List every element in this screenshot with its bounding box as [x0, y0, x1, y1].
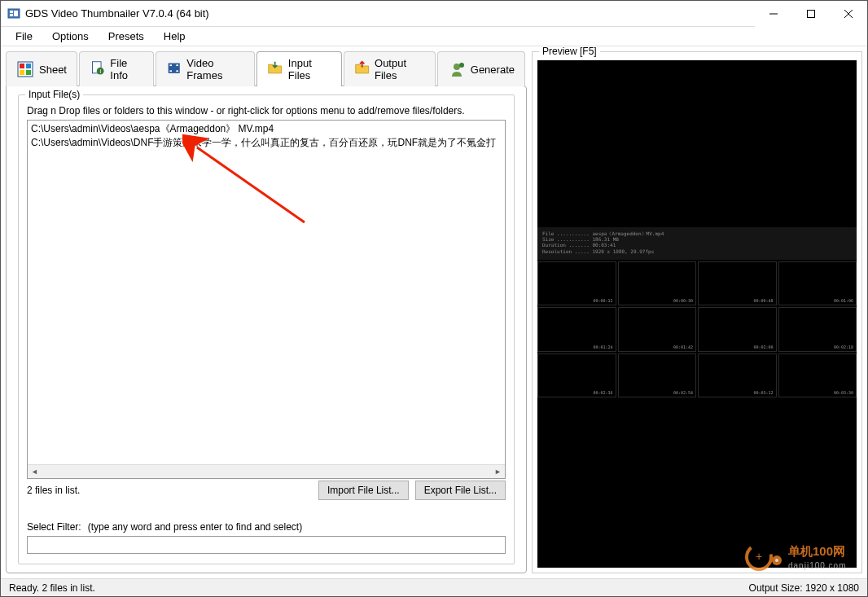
svg-point-22	[459, 63, 464, 68]
export-file-list-button[interactable]: Export File List...	[415, 481, 506, 500]
preview-header-line: Size ........... 186.31 MB	[542, 236, 852, 242]
import-file-list-button[interactable]: Import File List...	[318, 481, 409, 500]
input-files-icon	[267, 60, 283, 78]
status-right: Output Size: 1920 x 1080	[749, 582, 859, 594]
svg-rect-20	[176, 70, 178, 72]
svg-rect-9	[20, 64, 24, 68]
menu-help[interactable]: Help	[156, 29, 194, 44]
file-item[interactable]: C:\Users\admin\Videos\aespa《Armageddon》 …	[29, 122, 503, 136]
preview-header-line: File ........... aespa《Armageddon》MV.mp4	[542, 230, 852, 236]
menu-file[interactable]: File	[7, 29, 41, 44]
filter-input[interactable]	[27, 536, 506, 554]
preview-cell	[778, 261, 857, 305]
preview-header-line: Duration ....... 00:03:41	[542, 242, 852, 248]
preview-canvas[interactable]: File ........... aespa《Armageddon》MV.mp4…	[537, 60, 857, 568]
file-info-icon: i	[90, 60, 105, 78]
svg-rect-18	[169, 70, 172, 72]
svg-rect-17	[169, 64, 172, 66]
preview-fieldset: Preview [F5] File ........... aespa《Arma…	[532, 51, 862, 573]
preview-grid	[537, 260, 857, 399]
main-content: Sheet i File Info Video Frames Input Fil…	[1, 46, 867, 578]
list-footer: 2 files in list. Import File List... Exp…	[27, 481, 506, 500]
svg-rect-12	[26, 70, 31, 75]
right-panel: Preview [F5] File ........... aespa《Arma…	[532, 51, 862, 573]
svg-rect-5	[808, 11, 815, 18]
window-title: GDS Video Thumbnailer V7.0.4 (64 bit)	[25, 7, 755, 20]
close-button[interactable]	[830, 1, 867, 27]
tab-output-files-label: Output Files	[375, 57, 425, 81]
tab-generate-label: Generate	[471, 64, 515, 76]
filter-label: Select Filter:	[27, 521, 81, 533]
drop-hint: Drag n Drop files or folders to this win…	[27, 105, 506, 116]
sheet-icon	[16, 60, 34, 78]
preview-header: File ........... aespa《Armageddon》MV.mp4…	[537, 227, 857, 260]
scroll-track[interactable]	[42, 465, 491, 478]
preview-cell	[778, 307, 857, 351]
tab-input-files-label: Input Files	[288, 57, 331, 81]
tab-input-files[interactable]: Input Files	[256, 51, 341, 86]
tab-sheet-label: Sheet	[39, 64, 67, 76]
minimize-button[interactable]	[755, 1, 792, 27]
preview-cell	[618, 261, 697, 305]
input-files-legend: Input File(s)	[25, 89, 83, 100]
output-files-icon	[354, 60, 370, 78]
statusbar: Ready. 2 files in list. Output Size: 192…	[1, 578, 867, 596]
preview-sheet: File ........... aespa《Armageddon》MV.mp4…	[537, 227, 857, 399]
file-list[interactable]: C:\Users\admin\Videos\aespa《Armageddon》 …	[28, 121, 505, 464]
svg-rect-3	[14, 11, 18, 16]
preview-cell	[537, 353, 616, 397]
svg-rect-11	[20, 70, 24, 75]
scroll-right-button[interactable]: ►	[491, 465, 505, 478]
tabs: Sheet i File Info Video Frames Input Fil…	[6, 51, 527, 86]
filter-hint: (type any word and press enter to find a…	[88, 521, 302, 533]
window-controls	[755, 1, 867, 26]
tab-content: Input File(s) Drag n Drop files or folde…	[6, 86, 527, 573]
menu-presets[interactable]: Presets	[100, 29, 152, 44]
tab-file-info-label: File Info	[110, 57, 143, 81]
file-count-text: 2 files in list.	[27, 485, 312, 496]
preview-cell	[698, 307, 777, 351]
preview-cell	[618, 307, 697, 351]
file-list-container: C:\Users\admin\Videos\aespa《Armageddon》 …	[27, 120, 506, 479]
left-panel: Sheet i File Info Video Frames Input Fil…	[6, 51, 527, 573]
preview-cell	[618, 353, 697, 397]
horizontal-scrollbar[interactable]: ◄ ►	[28, 464, 505, 478]
titlebar: GDS Video Thumbnailer V7.0.4 (64 bit)	[1, 1, 867, 27]
svg-rect-1	[10, 11, 13, 13]
tab-generate[interactable]: Generate	[437, 51, 525, 86]
preview-cell	[778, 353, 857, 397]
tab-video-frames[interactable]: Video Frames	[156, 51, 256, 86]
preview-legend: Preview [F5]	[539, 46, 600, 57]
tab-output-files[interactable]: Output Files	[344, 51, 436, 86]
preview-cell	[537, 307, 616, 351]
filter-row: Select Filter: (type any word and press …	[27, 521, 506, 533]
tab-video-frames-label: Video Frames	[186, 57, 244, 81]
file-item[interactable]: C:\Users\admin\Videos\DNF手游策划来学一学，什么叫真正的…	[29, 136, 503, 150]
input-files-fieldset: Input File(s) Drag n Drop files or folde…	[18, 94, 515, 564]
svg-rect-2	[10, 14, 13, 16]
scroll-left-button[interactable]: ◄	[28, 465, 42, 478]
menubar: File Options Presets Help	[1, 27, 867, 46]
preview-cell	[698, 353, 777, 397]
svg-rect-10	[26, 64, 31, 68]
video-frames-icon	[166, 60, 182, 78]
preview-cell	[698, 261, 777, 305]
preview-header-line: Resolution ..... 1920 x 1080, 29.97fps	[542, 248, 852, 254]
svg-point-21	[454, 64, 460, 70]
tab-file-info[interactable]: i File Info	[79, 51, 154, 86]
svg-rect-19	[176, 64, 178, 66]
status-left: Ready. 2 files in list.	[9, 582, 749, 594]
maximize-button[interactable]	[792, 1, 830, 27]
generate-icon	[448, 60, 466, 78]
preview-cell	[537, 261, 616, 305]
menu-options[interactable]: Options	[44, 29, 97, 44]
tab-sheet[interactable]: Sheet	[6, 51, 77, 86]
app-icon	[7, 7, 20, 20]
